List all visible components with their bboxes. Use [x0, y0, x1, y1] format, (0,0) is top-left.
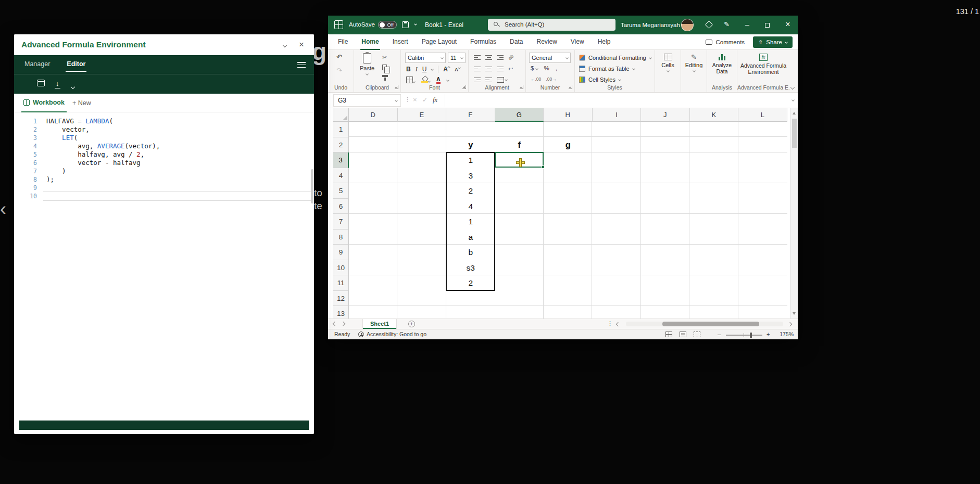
ribbon-tab-formulas[interactable]: Formulas: [463, 34, 503, 50]
accessibility-status[interactable]: Accessibility: Good to go: [358, 331, 426, 337]
afe-collapse-button[interactable]: [279, 39, 291, 52]
previous-sheet-icon[interactable]: [333, 322, 337, 326]
column-header-i[interactable]: I: [593, 108, 642, 122]
scroll-right-icon[interactable]: [788, 322, 792, 326]
cell-F6[interactable]: 4: [446, 199, 495, 214]
tab-new[interactable]: + New: [72, 94, 91, 112]
menu-icon[interactable]: [297, 62, 306, 69]
cell-F4[interactable]: 3: [446, 168, 495, 184]
cell-F5[interactable]: 2: [446, 183, 495, 199]
cancel-entry-icon[interactable]: ×: [413, 96, 417, 104]
redo-button[interactable]: ↷: [336, 67, 342, 74]
column-header-j[interactable]: J: [641, 108, 690, 122]
ribbon-tab-help[interactable]: Help: [591, 34, 618, 50]
row-header-12[interactable]: 12: [333, 291, 349, 307]
row-header-11[interactable]: 11: [333, 275, 349, 291]
horizontal-scrollbar-thumb[interactable]: [662, 322, 759, 326]
afe-nav-tab-manager[interactable]: Manager: [23, 55, 51, 74]
formula-bar-expand-icon[interactable]: [791, 98, 795, 101]
font-color-button[interactable]: A: [436, 77, 441, 84]
zoom-out-button[interactable]: –: [718, 331, 721, 338]
scroll-down-icon[interactable]: [793, 312, 796, 315]
format-painter-button[interactable]: [382, 75, 388, 77]
cell-F11[interactable]: 2: [446, 275, 495, 291]
row-header-6[interactable]: 6: [333, 199, 349, 214]
row-header-10[interactable]: 10: [333, 260, 349, 276]
cells-area[interactable]: yfg13241abs32: [349, 122, 787, 319]
comma-style-button[interactable]: ,: [556, 65, 557, 71]
orientation-icon[interactable]: ab: [507, 54, 514, 61]
zoom-slider[interactable]: [726, 335, 762, 336]
paste-button[interactable]: Paste: [357, 53, 377, 75]
new-sheet-button[interactable]: +: [408, 321, 415, 327]
cell-F3[interactable]: 1: [446, 152, 495, 168]
number-format-combo[interactable]: General: [529, 53, 571, 63]
row-header-9[interactable]: 9: [333, 245, 349, 260]
align-center-icon[interactable]: [485, 66, 492, 72]
advanced-formula-environment-button[interactable]: Advanced Formula Environment: [737, 54, 789, 75]
comments-button[interactable]: Comments: [706, 39, 745, 45]
font-color-chevron-icon[interactable]: [446, 79, 449, 82]
align-bottom-icon[interactable]: [497, 55, 504, 60]
enter-entry-icon[interactable]: ✓: [422, 96, 428, 104]
scroll-up-icon[interactable]: [793, 112, 796, 114]
ribbon-tab-view[interactable]: View: [564, 34, 591, 50]
alignment-dialog-launcher[interactable]: [520, 85, 523, 89]
cell-F9[interactable]: b: [446, 245, 495, 260]
insert-function-icon[interactable]: fx: [433, 96, 437, 104]
underline-button[interactable]: U: [422, 66, 427, 73]
align-middle-icon[interactable]: [485, 55, 492, 60]
download-icon[interactable]: ↓: [55, 79, 60, 88]
decrease-font-button[interactable]: A: [455, 67, 460, 72]
row-header-1[interactable]: 1: [333, 122, 349, 137]
column-header-f[interactable]: F: [446, 108, 495, 122]
cell-F2[interactable]: y: [446, 137, 495, 153]
fill-color-button[interactable]: [421, 77, 430, 84]
column-header-h[interactable]: H: [544, 108, 593, 122]
horizontal-scrollbar[interactable]: [626, 322, 783, 326]
bold-button[interactable]: B: [406, 66, 411, 73]
vertical-scrollbar-thumb[interactable]: [792, 119, 797, 148]
user-name[interactable]: Taruma Megariansyah: [621, 22, 680, 28]
editor-scrollbar[interactable]: [311, 169, 313, 203]
ribbon-tab-file[interactable]: File: [331, 34, 355, 50]
row-header-7[interactable]: 7: [333, 214, 349, 230]
ribbon-tab-page-layout[interactable]: Page Layout: [415, 34, 463, 50]
search-box[interactable]: Search (Alt+Q): [488, 19, 615, 31]
cell-H2[interactable]: g: [544, 137, 593, 153]
scroll-left-icon[interactable]: [616, 322, 620, 326]
tab-workbook[interactable]: Workbook: [21, 94, 67, 112]
increase-font-button[interactable]: A: [443, 66, 450, 73]
format-as-table-button[interactable]: Format as Table: [579, 65, 635, 73]
undo-button[interactable]: ↶: [336, 53, 342, 61]
row-header-13[interactable]: 13: [333, 306, 349, 319]
name-box[interactable]: G3: [333, 94, 401, 107]
zoom-in-button[interactable]: +: [767, 331, 770, 337]
ribbon-tab-home[interactable]: Home: [355, 34, 385, 50]
quick-access-chevron-icon[interactable]: [414, 22, 417, 26]
formula-code-editor[interactable]: 1HALFAVG = LAMBDA(2 vector,3 LET(4 avg, …: [14, 112, 314, 421]
column-header-d[interactable]: D: [349, 108, 398, 122]
percent-button[interactable]: %: [544, 65, 549, 71]
back-chevron[interactable]: ‹: [0, 200, 6, 219]
increase-decimal-button[interactable]: ←.00: [531, 77, 541, 82]
font-size-combo[interactable]: 11: [448, 53, 466, 63]
fill-handle[interactable]: [542, 165, 545, 169]
italic-button[interactable]: I: [416, 66, 418, 73]
clipboard-dialog-launcher[interactable]: [395, 85, 398, 89]
row-header-4[interactable]: 4: [333, 168, 349, 184]
avatar[interactable]: [681, 19, 694, 31]
column-header-e[interactable]: E: [398, 108, 447, 122]
analyze-data-button[interactable]: Analyze Data: [707, 54, 737, 74]
excel-app-icon[interactable]: [334, 20, 343, 29]
align-right-icon[interactable]: [497, 66, 504, 72]
number-dialog-launcher[interactable]: [569, 85, 572, 89]
select-all-corner[interactable]: [333, 108, 349, 122]
afe-nav-tab-editor[interactable]: Editor: [66, 55, 86, 74]
cell-F7[interactable]: 1: [446, 214, 495, 230]
decrease-indent-icon[interactable]: [474, 77, 481, 83]
font-dialog-launcher[interactable]: [462, 85, 466, 89]
column-header-g[interactable]: G: [495, 108, 544, 122]
cell-F8[interactable]: a: [446, 230, 495, 245]
ribbon-collapse-chevron-icon[interactable]: [790, 85, 795, 90]
